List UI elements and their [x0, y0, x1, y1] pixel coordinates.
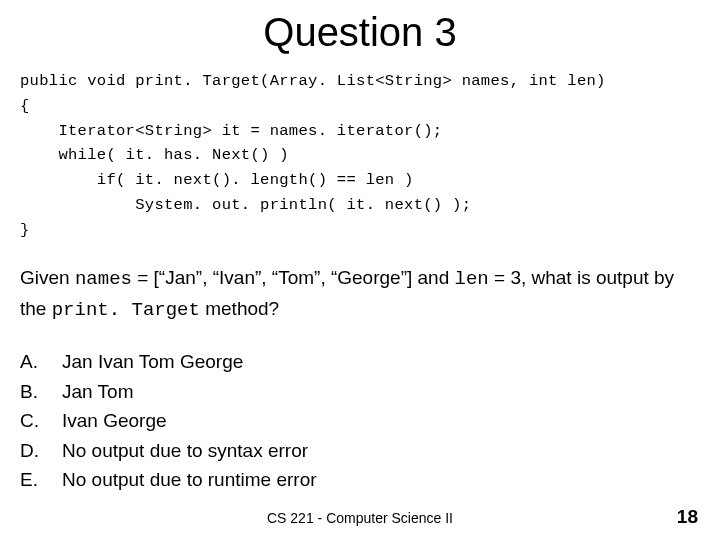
code-block: public void print. Target(Array. List<St…: [20, 69, 700, 243]
question-suffix: method?: [200, 298, 279, 319]
answer-option: C. Ivan George: [20, 406, 700, 435]
len-var: len: [455, 268, 489, 290]
answer-text: Jan Tom: [62, 377, 133, 406]
answer-text: Ivan George: [62, 406, 167, 435]
answer-letter: E.: [20, 465, 62, 494]
answer-letter: B.: [20, 377, 62, 406]
answer-letter: A.: [20, 347, 62, 376]
slide-title: Question 3: [20, 10, 700, 55]
page-number: 18: [677, 506, 698, 528]
question-prompt: Given names = [“Jan”, “Ivan”, “Tom”, “Ge…: [20, 263, 700, 326]
answer-option: E. No output due to runtime error: [20, 465, 700, 494]
answer-letter: C.: [20, 406, 62, 435]
answer-option: B. Jan Tom: [20, 377, 700, 406]
slide: Question 3 public void print. Target(Arr…: [0, 0, 720, 540]
answer-list: A. Jan Ivan Tom George B. Jan Tom C. Iva…: [20, 347, 700, 494]
answer-option: A. Jan Ivan Tom George: [20, 347, 700, 376]
answer-option: D. No output due to syntax error: [20, 436, 700, 465]
answer-text: No output due to runtime error: [62, 465, 317, 494]
answer-letter: D.: [20, 436, 62, 465]
answer-text: Jan Ivan Tom George: [62, 347, 243, 376]
footer-text: CS 221 - Computer Science II: [0, 510, 720, 526]
answer-text: No output due to syntax error: [62, 436, 308, 465]
method-name: print. Target: [52, 299, 200, 321]
question-eq1: = [“Jan”, “Ivan”, “Tom”, “George”] and: [132, 267, 455, 288]
question-prefix: Given: [20, 267, 75, 288]
names-var: names: [75, 268, 132, 290]
